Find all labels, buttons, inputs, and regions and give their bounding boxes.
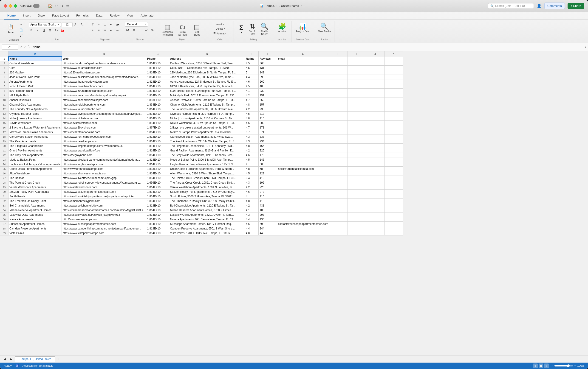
cell-r32-c8[interactable]: [329, 199, 347, 203]
cell-r31-c10[interactable]: [366, 194, 384, 199]
cell-r2-c5[interactable]: 4.5: [245, 61, 259, 66]
cell-r30-c8[interactable]: [329, 189, 347, 194]
cell-r18-c9[interactable]: [347, 134, 366, 139]
cell-r35-c3[interactable]: 1.814E+10: [146, 212, 169, 217]
cell-r8-c8[interactable]: [329, 89, 347, 93]
delete-button[interactable]: − Delete ▾: [212, 27, 226, 31]
insert-function-icon[interactable]: fx: [28, 45, 30, 49]
cell-r26-c11[interactable]: [384, 171, 403, 176]
cell-r32-c10[interactable]: [366, 199, 384, 203]
cell-r7-c10[interactable]: [366, 84, 384, 89]
cell-r17-c11[interactable]: [384, 130, 403, 134]
align-left-button[interactable]: ≡: [90, 28, 95, 33]
cell-r35-c6[interactable]: 293: [259, 212, 277, 217]
zoom-out-button[interactable]: −: [551, 364, 553, 367]
cell-r12-c7[interactable]: [277, 107, 329, 111]
col-header-a[interactable]: A: [9, 51, 62, 56]
cell-r2-c9[interactable]: [347, 61, 366, 66]
cell-r8-c5[interactable]: 4.1: [245, 89, 259, 93]
cell-r27-c11[interactable]: [384, 176, 403, 180]
formula-bar-expand-icon[interactable]: ▾: [585, 45, 586, 49]
cell-r5-c11[interactable]: [384, 75, 403, 80]
cell-r11-c5[interactable]: 4.8: [245, 102, 259, 107]
cell-r10-c4[interactable]: Anchor Riverwalk, 109 W Fortune St, Tamp…: [169, 98, 245, 102]
cell-r37-c8[interactable]: [329, 222, 347, 226]
cell-r15-c9[interactable]: [347, 121, 366, 125]
cell-r22-c3[interactable]: 1.814E+10: [146, 153, 169, 157]
cell-r13-c2[interactable]: https://www.olympusproperty.com/apartmen…: [62, 111, 146, 116]
cell-r24-c10[interactable]: [366, 162, 384, 167]
cell-r37-c1[interactable]: Sunscape Apartment Homes: [9, 222, 62, 226]
add-sheet-button[interactable]: +: [56, 356, 62, 362]
cell-r13-c5[interactable]: 4.5: [245, 111, 259, 116]
cell-r22-c4[interactable]: The Gray NoHo Apartments, 1211 E Kennedy…: [169, 153, 245, 157]
header-cell-1[interactable]: Name: [9, 56, 62, 61]
cell-r15-c11[interactable]: [384, 121, 403, 125]
cell-r22-c9[interactable]: [347, 153, 366, 157]
header-cell-8[interactable]: [329, 56, 347, 61]
cell-r9-c2[interactable]: https://www.maac.com/florida/tampa/maa-h…: [62, 93, 146, 98]
close-button[interactable]: [4, 4, 7, 8]
cell-r17-c9[interactable]: [347, 130, 366, 134]
cell-r13-c7[interactable]: [277, 111, 329, 116]
cell-r36-c5[interactable]: 4.4: [245, 217, 259, 222]
cell-r25-c4[interactable]: Urban Oasis Furnished Apartments, 3418 W…: [169, 167, 245, 171]
cell-r27-c9[interactable]: [347, 176, 366, 180]
cell-r21-c11[interactable]: [384, 148, 403, 153]
cell-r37-c9[interactable]: [347, 222, 366, 226]
cell-r32-c9[interactable]: [347, 199, 366, 203]
cell-r34-c9[interactable]: [347, 208, 366, 212]
cell-r28-c3[interactable]: 1.656E+10: [146, 180, 169, 185]
cell-r37-c10[interactable]: [366, 222, 384, 226]
minimize-button[interactable]: [9, 4, 12, 8]
cell-r36-c7[interactable]: [277, 217, 329, 222]
cell-r8-c1[interactable]: 500 Harbour Island: [9, 89, 62, 93]
cell-r32-c7[interactable]: [277, 199, 329, 203]
tab-automate[interactable]: Automate: [137, 12, 157, 20]
cell-r35-c5[interactable]: 4.3: [245, 212, 259, 217]
cell-r20-c4[interactable]: The Fitzgerald Channelside, 1211 E Kenne…: [169, 144, 245, 148]
cell-r16-c5[interactable]: 4.7: [245, 125, 259, 130]
cell-r24-c4[interactable]: Eagles Point at Tampa Palms Apartments, …: [169, 162, 245, 167]
cell-r33-c5[interactable]: 4.2: [245, 203, 259, 208]
cell-r9-c11[interactable]: [384, 93, 403, 98]
cell-r20-c3[interactable]: 1.814E+10: [146, 144, 169, 148]
cell-r36-c11[interactable]: [384, 217, 403, 222]
cell-r27-c7[interactable]: [277, 176, 329, 180]
cell-r7-c9[interactable]: [347, 84, 366, 89]
cell-r38-c7[interactable]: [277, 226, 329, 231]
cell-r18-c5[interactable]: 4.3: [245, 134, 259, 139]
cell-r33-c10[interactable]: [366, 203, 384, 208]
cell-r34-c6[interactable]: 188: [259, 208, 277, 212]
cell-r10-c10[interactable]: [366, 98, 384, 102]
cell-r27-c2[interactable]: https://www.liveatthedel mar.com/?cpm=gb…: [62, 176, 146, 180]
cell-r12-c10[interactable]: [366, 107, 384, 111]
cell-r10-c9[interactable]: [347, 98, 366, 102]
cell-r29-c7[interactable]: [277, 185, 329, 189]
cell-r19-c6[interactable]: 234: [259, 139, 277, 144]
cell-r4-c8[interactable]: [329, 70, 347, 75]
cell-r18-c6[interactable]: 338: [259, 134, 277, 139]
cell-r16-c11[interactable]: [384, 125, 403, 130]
cell-r7-c1[interactable]: NOVEL Beach Park: [9, 84, 62, 89]
cell-r7-c3[interactable]: 1.814E+10: [146, 84, 169, 89]
cell-r10-c11[interactable]: [384, 98, 403, 102]
cell-r13-c11[interactable]: [384, 111, 403, 116]
cell-r19-c1[interactable]: The Pearl Apartments: [9, 139, 62, 144]
col-header-b[interactable]: B: [62, 51, 146, 56]
cell-r9-c8[interactable]: [329, 93, 347, 98]
cell-r23-c6[interactable]: 145: [259, 157, 277, 162]
cell-r37-c4[interactable]: Sunscape Apartment Homes, 13617 Fletcher…: [169, 222, 245, 226]
align-top-button[interactable]: ⊤: [90, 22, 95, 27]
cell-r20-c6[interactable]: 165: [259, 144, 277, 148]
cell-r21-c5[interactable]: 4.2: [245, 148, 259, 153]
cell-r28-c7[interactable]: [277, 180, 329, 185]
cell-r10-c2[interactable]: https://www.anchorriverwalkapts.com: [62, 98, 146, 102]
format-as-table-button[interactable]: 🗂 Formatas Table: [176, 23, 189, 37]
cell-r14-c5[interactable]: 4.8: [245, 116, 259, 121]
cell-r33-c8[interactable]: [329, 203, 347, 208]
cell-r25-c7[interactable]: hello@urbanoasistampa.com: [277, 167, 329, 171]
cell-r26-c7[interactable]: [277, 171, 329, 176]
cell-r12-c2[interactable]: https://www.foundryatnoho.com: [62, 107, 146, 111]
cell-r15-c7[interactable]: [277, 121, 329, 125]
